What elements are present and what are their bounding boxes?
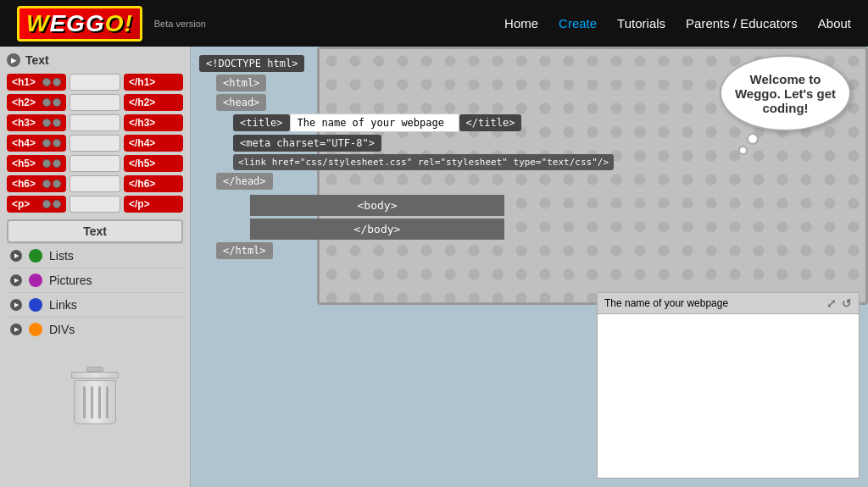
body-close-row: </body> <box>250 219 670 240</box>
title-open-tag[interactable]: <title> <box>233 114 290 131</box>
h5-close-btn[interactable]: </h5> <box>124 155 183 172</box>
tag-row-h1: <h1> </h1> <box>7 74 183 91</box>
text-label-button[interactable]: Text <box>7 219 183 243</box>
nav-create[interactable]: Create <box>559 16 597 30</box>
nav-home[interactable]: Home <box>504 16 538 30</box>
h3-close-btn[interactable]: </h3> <box>124 114 183 131</box>
text-section-label: Text <box>25 53 49 67</box>
html-open-row: <html> <box>199 75 670 91</box>
code-area: <!DOCTYPE html> <html> <head> <title> </… <box>191 47 678 270</box>
category-lists[interactable]: ▶ Lists <box>7 243 183 268</box>
beta-label: Beta version <box>154 19 206 29</box>
lists-label: Lists <box>49 249 74 263</box>
body-open-row: <body> <box>250 195 670 216</box>
lists-arrow-icon: ▶ <box>10 250 22 262</box>
h4-open-btn[interactable]: <h4> <box>7 135 66 152</box>
links-label: Links <box>49 298 77 312</box>
body-open-tag[interactable]: <body> <box>250 195 504 216</box>
preview-title: The name of your webpage <box>604 297 728 309</box>
h6-close-btn[interactable]: </h6> <box>124 175 183 192</box>
preview-refresh-btn[interactable]: ↺ <box>842 296 852 310</box>
editor-area: Welcome to Weggo. Let's get coding! <!DO… <box>191 47 868 487</box>
text-section-header[interactable]: ▶ Text <box>7 53 183 67</box>
link-row: <link href="css/stylesheet.css" rel="sty… <box>199 154 670 170</box>
nav-tutorials[interactable]: Tutorials <box>617 16 665 30</box>
p-open-btn[interactable]: <p> <box>7 196 66 213</box>
tag-row-h6: <h6> </h6> <box>7 175 183 192</box>
main-content: ▶ Text <h1> </h1> <h2> <box>0 47 868 487</box>
h4-close-btn[interactable]: </h4> <box>124 135 183 152</box>
title-close-tag[interactable]: </title> <box>459 114 522 131</box>
links-color-dot <box>29 298 42 312</box>
head-close-row: </head> <box>199 173 670 190</box>
trash-area[interactable] <box>7 367 183 422</box>
h1-open-btn[interactable]: <h1> <box>7 74 66 91</box>
category-divs[interactable]: ▶ DIVs <box>7 317 183 341</box>
h5-open-btn[interactable]: <h5> <box>7 155 66 172</box>
meta-tag[interactable]: <meta charset="UTF-8"> <box>233 135 381 152</box>
h2-label <box>70 94 120 111</box>
html-close-tag[interactable]: </html> <box>216 242 273 259</box>
tag-row-h3: <h3> </h3> <box>7 114 183 131</box>
html-close-row: </html> <box>199 242 670 259</box>
tag-row-p: <p> </p> <box>7 196 183 213</box>
nav-parents[interactable]: Parents / Educators <box>686 16 798 30</box>
body-close-tag[interactable]: </body> <box>250 219 504 240</box>
h6-label <box>70 175 120 192</box>
sidebar: ▶ Text <h1> </h1> <h2> <box>0 47 191 487</box>
logo-area: WEGGO! Beta version <box>17 6 206 42</box>
title-input[interactable] <box>290 113 459 132</box>
logo: WEGGO! <box>17 6 142 42</box>
h2-close-btn[interactable]: </h2> <box>124 94 183 111</box>
html-open-tag[interactable]: <html> <box>216 75 266 91</box>
h5-label <box>70 155 120 172</box>
header: WEGGO! Beta version Home Create Tutorial… <box>0 0 868 47</box>
pictures-arrow-icon: ▶ <box>10 274 22 286</box>
h6-open-btn[interactable]: <h6> <box>7 175 66 192</box>
category-pictures[interactable]: ▶ Pictures <box>7 268 183 292</box>
h3-label <box>70 114 120 131</box>
pictures-color-dot <box>29 274 42 287</box>
head-open-row: <head> <box>199 94 670 111</box>
divs-color-dot <box>29 323 42 336</box>
tag-row-h5: <h5> </h5> <box>7 155 183 172</box>
speech-bubble-text: Welcome to Weggo. Let's get coding! <box>730 72 841 115</box>
divs-label: DIVs <box>49 323 75 336</box>
lists-color-dot <box>29 249 42 263</box>
head-open-tag[interactable]: <head> <box>216 94 266 111</box>
h2-open-btn[interactable]: <h2> <box>7 94 66 111</box>
text-section-arrow: ▶ <box>7 53 20 67</box>
h4-label <box>70 135 120 152</box>
speech-bubble: Welcome to Weggo. Let's get coding! <box>720 55 851 131</box>
title-row: <title> </title> <box>199 113 670 132</box>
meta-row: <meta charset="UTF-8"> <box>199 135 670 152</box>
h1-label <box>70 74 120 91</box>
h1-close-btn[interactable]: </h1> <box>124 74 183 91</box>
trash-icon <box>70 367 120 422</box>
p-close-btn[interactable]: </p> <box>124 196 183 213</box>
doctype-tag[interactable]: <!DOCTYPE html> <box>199 55 304 72</box>
main-nav: Home Create Tutorials Parents / Educator… <box>504 16 851 30</box>
preview-titlebar: The name of your webpage ⤢ ↺ <box>598 293 859 314</box>
divs-arrow-icon: ▶ <box>10 324 22 335</box>
pictures-label: Pictures <box>49 274 92 287</box>
preview-expand-btn[interactable]: ⤢ <box>826 296 837 310</box>
links-arrow-icon: ▶ <box>10 299 22 311</box>
link-tag[interactable]: <link href="css/stylesheet.css" rel="sty… <box>233 154 614 170</box>
head-close-tag[interactable]: </head> <box>216 173 273 190</box>
h3-open-btn[interactable]: <h3> <box>7 114 66 131</box>
tag-row-h4: <h4> </h4> <box>7 135 183 152</box>
nav-about[interactable]: About <box>818 16 851 30</box>
p-label <box>70 196 120 213</box>
doctype-row: <!DOCTYPE html> <box>199 55 670 72</box>
category-links[interactable]: ▶ Links <box>7 292 183 317</box>
preview-area: The name of your webpage ⤢ ↺ <box>597 292 860 479</box>
preview-content <box>598 314 859 475</box>
tag-row-h2: <h2> </h2> <box>7 94 183 111</box>
